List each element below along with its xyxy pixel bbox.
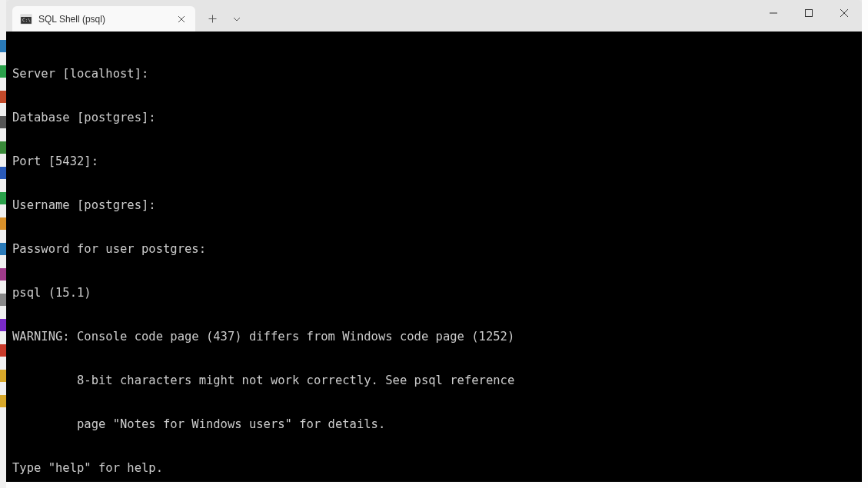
terminal-line: page "Notes for Windows users" for detai…: [12, 417, 856, 432]
terminal-line: Type "help" for help.: [12, 461, 856, 476]
close-window-button[interactable]: [826, 0, 862, 25]
bg-icon: [0, 116, 6, 128]
svg-rect-8: [806, 9, 813, 16]
window-controls: [756, 0, 862, 25]
desktop-icons-strip: [0, 40, 6, 407]
bg-icon: [0, 192, 6, 204]
tab-dropdown-button[interactable]: [226, 8, 248, 30]
terminal-window: C:\ SQL Shell (psql): [6, 0, 862, 482]
close-tab-button[interactable]: [175, 13, 188, 25]
minimize-button[interactable]: [756, 0, 791, 25]
terminal-content[interactable]: Server [localhost]: Database [postgres]:…: [6, 32, 862, 482]
terminal-icon: C:\: [20, 13, 32, 25]
bottom-edge-bg: [6, 482, 862, 488]
bg-icon: [0, 65, 6, 78]
bg-icon: [0, 91, 6, 103]
bg-icon: [0, 217, 6, 230]
right-edge-bg: [862, 0, 868, 488]
terminal-line: Port [5432]:: [12, 154, 856, 169]
tab-psql[interactable]: C:\ SQL Shell (psql): [12, 6, 195, 32]
terminal-line: WARNING: Console code page (437) differs…: [12, 330, 856, 344]
maximize-button[interactable]: [791, 0, 826, 25]
terminal-line: 8-bit characters might not work correctl…: [12, 373, 856, 388]
bg-icon: [0, 167, 6, 179]
bg-icon: [0, 344, 6, 357]
bg-icon: [0, 268, 6, 281]
terminal-line: Password for user postgres:: [12, 242, 856, 257]
bg-icon: [0, 319, 6, 331]
svg-text:C:\: C:\: [22, 17, 31, 22]
new-tab-button[interactable]: [201, 8, 223, 30]
terminal-line: Database [postgres]:: [12, 111, 856, 125]
bg-icon: [0, 141, 6, 154]
terminal-line: Username [postgres]:: [12, 198, 856, 213]
bg-icon: [0, 294, 6, 306]
terminal-line: psql (15.1): [12, 286, 856, 300]
bg-icon: [0, 243, 6, 255]
tab-actions: [201, 6, 248, 32]
tab-title: SQL Shell (psql): [38, 14, 175, 25]
terminal-line: Server [localhost]:: [12, 67, 856, 81]
bg-icon: [0, 370, 6, 382]
bg-icon: [0, 40, 6, 52]
bg-icon: [0, 395, 6, 407]
titlebar[interactable]: C:\ SQL Shell (psql): [6, 0, 862, 32]
